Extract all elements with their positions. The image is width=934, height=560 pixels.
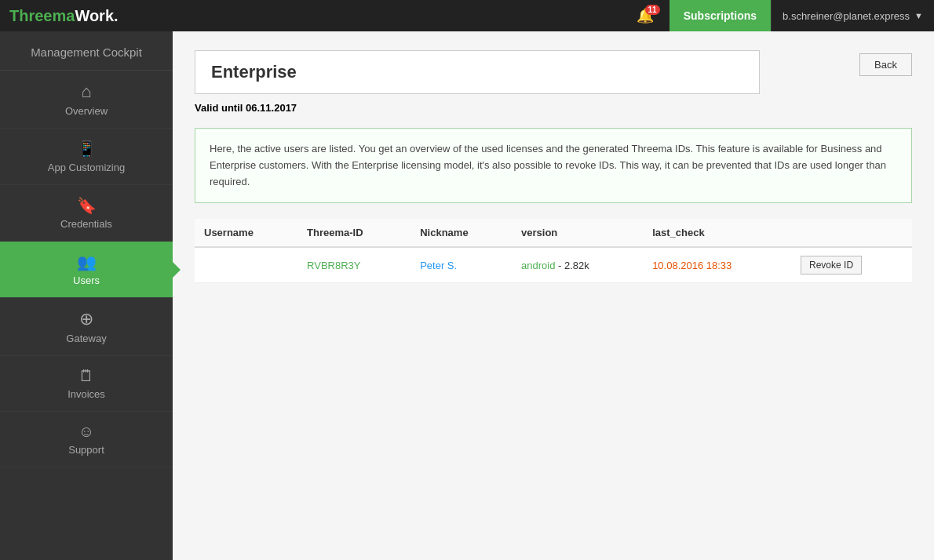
version-number: - 2.82k: [555, 260, 589, 271]
nickname-value: Peter S.: [420, 260, 457, 271]
valid-until: Valid until 06.11.2017: [195, 102, 912, 114]
col-actions: [791, 219, 912, 247]
body-wrap: Management Cockpit ⌂ Overview 📱 App Cust…: [0, 31, 934, 560]
user-menu[interactable]: b.schreiner@planet.express ▼: [771, 0, 934, 31]
cell-username: [195, 247, 297, 283]
sidebar-item-support[interactable]: ☺ Support: [0, 412, 173, 467]
users-table: Username Threema-ID Nickname version las…: [195, 219, 912, 283]
header-right: 🔔 11 Subscriptions b.schreiner@planet.ex…: [627, 0, 934, 31]
invoices-icon: 🗒: [78, 367, 94, 385]
user-email: b.schreiner@planet.express: [783, 10, 910, 22]
logo-work: Work.: [75, 7, 118, 24]
sidebar-label-app-customizing: App Customizing: [48, 162, 125, 173]
info-box: Here, the active users are listed. You g…: [195, 128, 912, 203]
sidebar-item-invoices[interactable]: 🗒 Invoices: [0, 356, 173, 412]
logo: ThreemaWork.: [9, 7, 119, 25]
sidebar-label-credentials: Credentials: [60, 218, 112, 230]
credentials-icon: 🔖: [77, 196, 97, 215]
col-username: Username: [195, 219, 297, 247]
valid-until-date: 06.11.2017: [246, 102, 297, 114]
cell-nickname: Peter S.: [410, 247, 512, 283]
cell-version: android - 2.82k: [512, 247, 643, 283]
header: ThreemaWork. 🔔 11 Subscriptions b.schrei…: [0, 0, 934, 31]
version-platform: android: [521, 260, 555, 271]
users-icon: 👥: [77, 253, 97, 271]
sidebar-item-app-customizing[interactable]: 📱 App Customizing: [0, 129, 173, 185]
sidebar-label-support: Support: [68, 444, 104, 456]
col-last-check: last_check: [643, 219, 791, 247]
table-row: RVBR8R3Y Peter S. android - 2.82k 10.08.…: [195, 247, 912, 283]
last-check-value: 10.08.2016 18:33: [652, 260, 732, 271]
info-text: Here, the active users are listed. You g…: [210, 143, 886, 187]
sidebar-item-credentials[interactable]: 🔖 Credentials: [0, 185, 173, 242]
sidebar-title: Management Cockpit: [0, 31, 173, 71]
sidebar-item-gateway[interactable]: ⊕ Gateway: [0, 298, 173, 356]
gateway-icon: ⊕: [79, 309, 93, 329]
logo-threema: Threema: [9, 7, 75, 24]
valid-until-label: Valid until: [195, 102, 243, 114]
subscription-name: Enterprise: [195, 50, 760, 94]
home-icon: ⌂: [81, 82, 91, 102]
notification-badge: 11: [645, 5, 660, 15]
threema-id-value: RVBR8R3Y: [307, 260, 360, 271]
sidebar-label-overview: Overview: [65, 105, 108, 117]
col-version: version: [512, 219, 643, 247]
sidebar-label-invoices: Invoices: [67, 388, 105, 400]
revoke-id-button[interactable]: Revoke ID: [801, 256, 862, 275]
subscriptions-tab[interactable]: Subscriptions: [669, 0, 771, 31]
app-customizing-icon: 📱: [77, 140, 97, 158]
main-header: Enterprise Back: [195, 50, 912, 94]
col-nickname: Nickname: [410, 219, 512, 247]
notification-bell[interactable]: 🔔 11: [627, 0, 663, 31]
table-header: Username Threema-ID Nickname version las…: [195, 219, 912, 247]
back-button[interactable]: Back: [859, 53, 912, 76]
user-menu-arrow-icon: ▼: [914, 11, 923, 20]
cell-threema-id: RVBR8R3Y: [297, 247, 410, 283]
support-icon: ☺: [78, 423, 94, 441]
cell-last-check: 10.08.2016 18:33: [643, 247, 791, 283]
col-threema-id: Threema-ID: [297, 219, 410, 247]
sidebar: Management Cockpit ⌂ Overview 📱 App Cust…: [0, 31, 173, 560]
table-body: RVBR8R3Y Peter S. android - 2.82k 10.08.…: [195, 247, 912, 283]
sidebar-label-gateway: Gateway: [66, 333, 106, 344]
sidebar-label-users: Users: [73, 275, 100, 286]
sidebar-item-users[interactable]: 👥 Users: [0, 242, 173, 298]
sidebar-item-overview[interactable]: ⌂ Overview: [0, 71, 173, 129]
cell-revoke: Revoke ID: [791, 247, 912, 283]
main-content: Enterprise Back Valid until 06.11.2017 H…: [173, 31, 934, 560]
